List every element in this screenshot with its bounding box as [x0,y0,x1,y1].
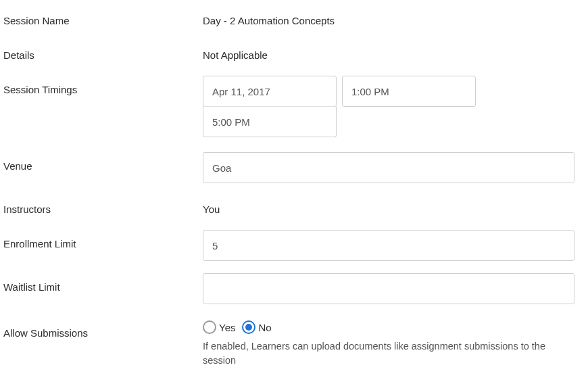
radio-dot-icon [245,324,252,331]
enrollment-limit-input[interactable] [203,230,574,261]
radio-icon [203,320,216,334]
venue-label: Venue [3,152,203,172]
session-date-input[interactable] [203,76,337,107]
session-name-value: Day - 2 Automation Concepts [203,7,574,26]
enrollment-limit-label: Enrollment Limit [3,230,203,249]
waitlist-limit-label: Waitlist Limit [3,273,203,293]
allow-submissions-no-radio[interactable]: No [242,320,271,334]
allow-submissions-helper: If enabled, Learners can upload document… [203,339,573,368]
details-label: Details [3,41,203,61]
session-timings-label: Session Timings [3,76,203,95]
allow-submissions-yes-radio[interactable]: Yes [203,320,235,334]
session-name-label: Session Name [3,7,203,26]
venue-input[interactable] [203,152,574,183]
instructors-value: You [203,195,574,215]
allow-submissions-radio-group: Yes No [203,319,574,334]
radio-icon-selected [242,320,255,334]
instructors-label: Instructors [3,195,203,215]
details-value: Not Applicable [203,41,574,61]
radio-no-label: No [258,322,271,333]
session-end-time-input[interactable] [203,106,337,137]
allow-submissions-label: Allow Submissions [3,319,203,339]
session-start-time-input[interactable] [342,76,476,107]
radio-yes-label: Yes [219,322,235,333]
waitlist-limit-input[interactable] [203,273,574,304]
